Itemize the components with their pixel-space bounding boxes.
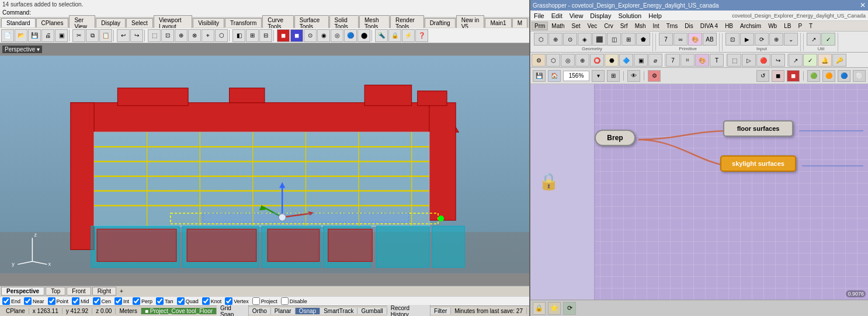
gh-row2-21[interactable]: 🔑 bbox=[832, 54, 846, 67]
gh-row2-15[interactable]: ▷ bbox=[742, 54, 756, 67]
gh-row2-5[interactable]: ⭕ bbox=[590, 54, 604, 67]
gh-comp-msh[interactable]: Msh bbox=[631, 22, 650, 30]
status-gumball[interactable]: Gumball bbox=[357, 308, 387, 314]
tb-select5[interactable]: ⌖ bbox=[202, 29, 214, 42]
status-layer[interactable]: ■ Project_Cove tool_Floor bbox=[141, 308, 217, 314]
gh-save-btn[interactable]: 💾 bbox=[533, 70, 546, 82]
gh-settings-btn[interactable]: ⚙ bbox=[648, 70, 661, 82]
snap-tan[interactable]: Tan bbox=[156, 297, 173, 305]
tb-btn5[interactable]: ▣ bbox=[55, 29, 68, 42]
tb-render3[interactable]: ⚡ bbox=[402, 29, 415, 42]
gh-comp-int[interactable]: Int bbox=[650, 22, 663, 30]
tb-view1[interactable]: ◧ bbox=[232, 29, 245, 42]
gh-menu-view[interactable]: View bbox=[566, 12, 587, 20]
gh-row2-17[interactable]: ↪ bbox=[771, 54, 785, 67]
gh-comp-t[interactable]: T bbox=[805, 22, 816, 30]
tb-render1[interactable]: 🔦 bbox=[375, 29, 388, 42]
vp-tab-right[interactable]: Right bbox=[92, 287, 116, 296]
tab-m[interactable]: M bbox=[512, 18, 527, 27]
gh-prim-3[interactable]: 🎨 bbox=[688, 33, 702, 46]
tab-cplanes[interactable]: CPlanes bbox=[36, 18, 69, 27]
gh-icon-4[interactable]: ◈ bbox=[578, 33, 592, 46]
tb-select1[interactable]: ⬚ bbox=[148, 29, 161, 42]
snap-perp[interactable]: Perp bbox=[133, 297, 152, 305]
gh-right-btn2[interactable]: ◼ bbox=[772, 70, 784, 82]
status-filter[interactable]: Filter bbox=[430, 308, 451, 314]
gh-fit-btn[interactable]: ⊞ bbox=[607, 70, 620, 82]
gh-row2-18[interactable]: ↗ bbox=[789, 54, 803, 67]
snap-disable[interactable]: Disable bbox=[281, 297, 307, 305]
gh-icon-1[interactable]: ⬡ bbox=[534, 33, 548, 46]
gh-row2-4[interactable]: ⊕ bbox=[575, 54, 589, 67]
redo-button[interactable]: ↪ bbox=[130, 29, 143, 42]
gh-input-1[interactable]: ⊡ bbox=[725, 33, 739, 46]
snap-near[interactable]: Near bbox=[24, 297, 44, 305]
tb-c1[interactable]: ◼ bbox=[277, 29, 290, 42]
gh-right-btn4[interactable]: 🟢 bbox=[807, 70, 820, 82]
tb-render2[interactable]: 🔒 bbox=[388, 29, 401, 42]
gh-right-btn5[interactable]: 🟠 bbox=[822, 70, 835, 82]
gh-zoom-input[interactable]: 156% bbox=[563, 71, 589, 81]
tb-c2[interactable]: ◼ bbox=[290, 29, 303, 42]
tb-c6[interactable]: 🔵 bbox=[344, 29, 357, 42]
gh-comp-math[interactable]: Math bbox=[548, 22, 568, 30]
gh-comp-vec[interactable]: Vec bbox=[584, 22, 601, 30]
gh-comp-trns[interactable]: Trns bbox=[663, 22, 682, 30]
paste-button[interactable]: 📋 bbox=[99, 29, 112, 42]
gh-row2-2[interactable]: ⬡ bbox=[546, 54, 560, 67]
tb-c3[interactable]: ⊙ bbox=[304, 29, 317, 42]
gh-comp-dis[interactable]: Dis bbox=[681, 22, 696, 30]
gh-comp-prm[interactable]: Prm bbox=[532, 22, 548, 30]
snap-point[interactable]: Point bbox=[48, 297, 69, 305]
gh-node-floor-surfaces[interactable]: floor surfaces bbox=[723, 120, 793, 137]
gh-right-btn6[interactable]: 🔵 bbox=[838, 70, 850, 82]
gh-menu-help[interactable]: Help bbox=[645, 12, 665, 20]
gh-icon-3[interactable]: ⊙ bbox=[563, 33, 577, 46]
gh-icon-5[interactable]: ⬛ bbox=[592, 33, 606, 46]
gh-row2-20[interactable]: 🔔 bbox=[818, 54, 832, 67]
save-button[interactable]: 💾 bbox=[28, 29, 41, 42]
gh-icon-6[interactable]: ◫ bbox=[607, 33, 621, 46]
tb-select6[interactable]: ⬡ bbox=[215, 29, 228, 42]
tab-standard[interactable]: Standard bbox=[1, 18, 36, 27]
snap-mid[interactable]: Mid bbox=[72, 297, 89, 305]
gh-bottom-btn2[interactable]: ⭐ bbox=[548, 302, 561, 315]
tb-view3[interactable]: ⊟ bbox=[259, 29, 272, 42]
vp-tab-top[interactable]: Top bbox=[46, 287, 65, 296]
gh-row2-12[interactable]: 🎨 bbox=[695, 54, 709, 67]
gh-row2-9[interactable]: ⌀ bbox=[648, 54, 662, 67]
gh-comp-crv[interactable]: Crv bbox=[600, 22, 617, 30]
gh-icon-7[interactable]: ⊞ bbox=[622, 33, 636, 46]
open-button[interactable]: 📂 bbox=[15, 29, 27, 42]
gh-comp-p[interactable]: P bbox=[794, 22, 805, 30]
gh-row2-13[interactable]: Т bbox=[710, 54, 724, 67]
gh-bottom-btn3[interactable]: ⟳ bbox=[563, 302, 576, 315]
gh-close-icon[interactable]: ✕ bbox=[860, 1, 866, 9]
gh-icon-2[interactable]: ⊕ bbox=[548, 33, 563, 46]
snap-knot[interactable]: Knot bbox=[202, 297, 222, 305]
snap-int[interactable]: Int bbox=[114, 297, 129, 305]
snap-vertex[interactable]: Vertex bbox=[225, 297, 249, 305]
gh-input-2[interactable]: ▶ bbox=[740, 33, 754, 46]
gh-comp-diva[interactable]: DIVA 4 bbox=[697, 22, 721, 30]
tab-display[interactable]: Display bbox=[96, 18, 126, 27]
gh-menu-edit[interactable]: Edit bbox=[548, 12, 566, 20]
gh-util-2[interactable]: ✓ bbox=[821, 33, 835, 46]
cut-button[interactable]: ✂ bbox=[72, 29, 85, 42]
tab-main1[interactable]: Main1 bbox=[485, 18, 511, 27]
tb-c5[interactable]: ◎ bbox=[331, 29, 343, 42]
gh-prim-4[interactable]: AB bbox=[703, 33, 717, 46]
gh-eye-btn[interactable]: 👁 bbox=[627, 70, 640, 82]
status-record-history[interactable]: Record History bbox=[387, 305, 430, 317]
snap-end[interactable]: End bbox=[2, 297, 20, 305]
gh-row2-14[interactable]: ⬚ bbox=[727, 54, 741, 67]
gh-row2-1[interactable]: ⚙ bbox=[532, 54, 546, 67]
status-ortho[interactable]: Ortho bbox=[249, 308, 271, 314]
tb-c4[interactable]: ◉ bbox=[317, 29, 330, 42]
gh-canvas[interactable]: 🔒 Brep floor surfaces bbox=[530, 84, 868, 300]
tb-select4[interactable]: ⊗ bbox=[188, 29, 201, 42]
tab-transform[interactable]: Transform bbox=[225, 18, 262, 27]
snap-project[interactable]: Project bbox=[252, 297, 277, 305]
gh-input-3[interactable]: ⟳ bbox=[755, 33, 769, 46]
gh-row2-6[interactable]: ⬣ bbox=[605, 54, 619, 67]
